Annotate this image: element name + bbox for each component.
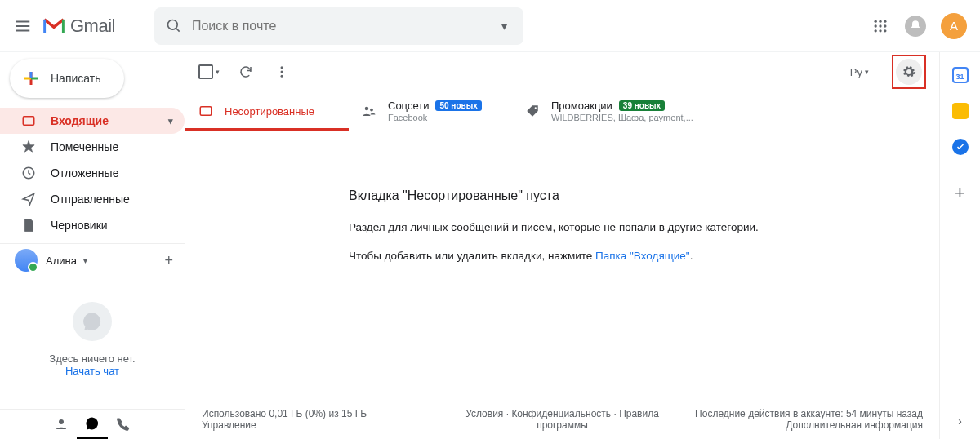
search-icon <box>166 18 182 34</box>
social-icon <box>362 104 376 118</box>
svg-point-8 <box>884 24 886 27</box>
hangouts-empty-text: Здесь ничего нет. <box>8 353 176 365</box>
tab-label: Промоакции <box>551 100 612 112</box>
search-bar[interactable]: ▾ <box>154 7 524 45</box>
svg-point-10 <box>879 29 881 32</box>
more-icon[interactable] <box>272 62 292 82</box>
main-menu-icon[interactable] <box>13 16 33 36</box>
terms-link[interactable]: Условия <box>466 408 503 419</box>
empty-hint: Чтобы добавить или удалить вкладки, нажм… <box>349 250 906 262</box>
hangouts-avatar <box>15 249 38 272</box>
svg-point-7 <box>879 24 881 27</box>
phone-tab-icon[interactable] <box>108 410 139 439</box>
compose-button[interactable]: Написать <box>10 59 124 98</box>
svg-rect-12 <box>23 117 34 126</box>
hide-panel-icon[interactable]: › <box>958 415 962 428</box>
main-area: ▾ Ру▾ <box>185 52 939 439</box>
primary-icon <box>198 104 213 118</box>
empty-title: Вкладка "Несортированные" пуста <box>349 188 906 203</box>
svg-point-21 <box>535 107 537 109</box>
start-chat-link[interactable]: Начать чат <box>65 365 119 377</box>
get-addons-icon[interactable]: + <box>955 183 965 204</box>
svg-point-6 <box>875 24 877 27</box>
apps-icon[interactable] <box>871 16 890 36</box>
tasks-addon-icon[interactable] <box>952 139 969 155</box>
svg-point-15 <box>281 66 283 69</box>
tab-subtitle: Facebook <box>388 113 482 122</box>
chevron-down-icon[interactable]: ▾ <box>168 116 173 126</box>
notifications-icon[interactable] <box>905 16 926 37</box>
sidebar-item-drafts[interactable]: Черновики <box>0 212 185 238</box>
svg-point-5 <box>884 20 886 22</box>
svg-point-17 <box>281 75 283 78</box>
svg-point-9 <box>875 29 877 32</box>
sidebar-item-snoozed[interactable]: Отложенные <box>0 160 185 186</box>
new-chat-icon[interactable]: + <box>164 252 173 269</box>
select-all-checkbox[interactable]: ▾ <box>198 64 220 79</box>
tab-label: Несортированные <box>225 105 314 118</box>
hangouts-empty: Здесь ничего нет. Начать чат <box>0 277 185 385</box>
sidebar-item-label: Отложенные <box>51 166 118 180</box>
plus-icon <box>21 69 41 88</box>
hangouts-tab-icon[interactable] <box>77 410 108 439</box>
svg-point-16 <box>281 71 283 73</box>
gear-icon <box>902 64 916 79</box>
tab-primary[interactable]: Несортированные <box>185 91 349 131</box>
sidebar-item-sent[interactable]: Отправленные <box>0 186 185 212</box>
draft-icon <box>21 218 36 233</box>
sidebar-item-label: Черновики <box>51 219 108 232</box>
inbox-settings-link[interactable]: Папка "Входящие" <box>595 250 690 262</box>
inbox-icon <box>21 113 36 128</box>
sidebar: Написать Входящие ▾ Помеченные Отложенны… <box>0 52 185 439</box>
tab-badge: 39 новых <box>619 100 665 111</box>
settings-button[interactable] <box>896 59 922 85</box>
star-icon <box>21 140 36 154</box>
clock-icon <box>21 166 36 180</box>
tab-label: Соцсети <box>388 100 429 112</box>
sidebar-item-inbox[interactable]: Входящие ▾ <box>0 108 185 134</box>
svg-rect-0 <box>43 19 46 32</box>
calendar-addon-icon[interactable]: 31 <box>952 67 969 83</box>
svg-point-2 <box>167 20 177 29</box>
send-icon <box>21 192 36 206</box>
svg-point-14 <box>59 419 64 424</box>
tab-badge: 50 новых <box>435 100 481 111</box>
hangouts-icon <box>73 302 112 341</box>
category-tabs: Несортированные Соцсети50 новых Facebook… <box>185 91 939 131</box>
manage-storage-link[interactable]: Управление <box>202 419 256 431</box>
keep-addon-icon[interactable] <box>952 103 969 119</box>
privacy-link[interactable]: Конфиденциальность <box>511 408 611 419</box>
hangouts-user[interactable]: Алина ▾ + <box>0 243 185 277</box>
storage-text: Использовано 0,01 ГБ (0%) из 15 ГБ <box>202 408 431 419</box>
empty-description: Раздел для личных сообщений и писем, кот… <box>349 221 906 233</box>
sidebar-item-label: Входящие <box>51 114 109 127</box>
account-avatar[interactable]: А <box>941 13 967 39</box>
toolbar: ▾ Ру▾ <box>185 52 939 91</box>
settings-highlight <box>892 55 926 89</box>
details-link[interactable]: Дополнительная информация <box>786 419 923 431</box>
compose-label: Написать <box>51 72 100 85</box>
last-activity-text: Последние действия в аккаунте: 54 минуты… <box>693 408 923 419</box>
input-language-button[interactable]: Ру▾ <box>850 66 869 78</box>
svg-point-20 <box>370 109 373 112</box>
search-dropdown-icon[interactable]: ▾ <box>496 20 512 33</box>
tab-social[interactable]: Соцсети50 новых Facebook <box>349 91 512 131</box>
svg-point-4 <box>879 20 881 22</box>
search-input[interactable] <box>192 19 497 33</box>
side-panel: 31 + › <box>939 52 980 439</box>
svg-rect-18 <box>200 107 212 116</box>
hangouts-username: Алина <box>46 255 77 267</box>
refresh-icon[interactable] <box>236 62 256 82</box>
hangouts-footer <box>0 409 185 439</box>
svg-point-3 <box>875 20 877 22</box>
gmail-logo[interactable]: Gmail <box>42 16 115 37</box>
sidebar-item-starred[interactable]: Помеченные <box>0 134 185 160</box>
header: Gmail ▾ А <box>0 0 980 52</box>
svg-point-11 <box>884 29 886 32</box>
svg-point-19 <box>365 107 369 111</box>
empty-state: Вкладка "Несортированные" пуста Раздел д… <box>185 131 939 303</box>
tab-promotions[interactable]: Промоакции39 новых WILDBERRIES, Шафа, pa… <box>512 91 706 131</box>
logo-text: Gmail <box>70 16 115 37</box>
contacts-tab-icon[interactable] <box>46 410 77 439</box>
chevron-down-icon[interactable]: ▾ <box>83 256 87 265</box>
